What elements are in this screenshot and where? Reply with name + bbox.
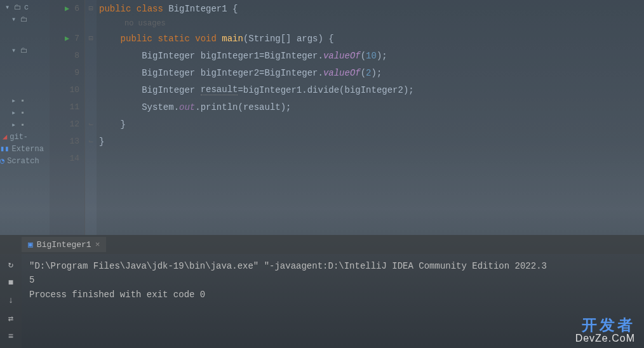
tree-label: Scratch (7, 157, 39, 166)
down-icon[interactable]: ↓ (8, 295, 13, 305)
fold-column[interactable]: ⊟ ⊟ ⌙ ⌙ (85, 0, 97, 235)
line-number: 12 (69, 119, 79, 129)
chevron-down-icon: ▾ (11, 15, 18, 24)
external-libraries[interactable]: ▮▮ Externa (0, 143, 50, 155)
chevron-down-icon: ▾ (5, 3, 11, 12)
stop-icon[interactable]: ■ (8, 278, 13, 288)
console-line: Process finished with exit code 0 (29, 288, 636, 302)
fold-toggle-icon[interactable]: ⊟ (88, 30, 93, 47)
code-editor[interactable]: public class BigInteger1 { no usages pub… (97, 0, 644, 235)
run-tool-window: ▣ BigInteger1 × ↻ ■ ↓ ⇄ ≡ "D:\Program Fi… (0, 235, 644, 348)
folder-icon: ▪ (20, 121, 25, 130)
tree-item[interactable]: ▾ 🗀 (0, 13, 50, 25)
tree-item[interactable]: ▾ 🗀 (0, 44, 50, 57)
folder-icon: 🗀 (20, 46, 28, 55)
folder-icon: 🗀 (14, 3, 22, 12)
line-number: 10 (69, 85, 79, 95)
run-config-tab[interactable]: ▣ BigInteger1 × (22, 237, 106, 252)
soft-wrap-icon[interactable]: ⇄ (8, 313, 13, 324)
chevron-right-icon: ▸ (11, 96, 18, 105)
folder-icon: ▪ (20, 109, 25, 117)
chevron-right-icon: ▸ (11, 120, 18, 130)
line-number: 9 (74, 68, 79, 77)
line-number: 11 (69, 102, 79, 112)
folder-icon: ▪ (20, 97, 25, 105)
tab-label: BigInteger1 (37, 240, 91, 250)
line-number: 14 (69, 154, 79, 163)
console-output[interactable]: "D:\Program Files\Java\jdk-19\bin\java.e… (22, 254, 644, 348)
rerun-icon[interactable]: ↻ (8, 259, 13, 270)
tree-item[interactable]: ▸ ▪ (0, 119, 50, 131)
line-number: 13 (69, 137, 79, 146)
folder-icon: 🗀 (20, 15, 28, 24)
tree-label: c (24, 3, 29, 12)
run-toolbar: ↻ ■ ↓ ⇄ ≡ (0, 254, 22, 348)
console-line: 5 (29, 273, 636, 287)
close-icon[interactable]: × (95, 240, 100, 250)
line-number: 7 (74, 34, 79, 43)
chevron-right-icon: ▸ (11, 108, 18, 117)
line-number: 8 (74, 51, 79, 60)
line-number: 6 (74, 4, 79, 13)
scratch-icon: ◔ (0, 156, 4, 166)
fold-end-icon[interactable]: ⌙ (88, 116, 93, 133)
tree-item[interactable]: ◢ git- (0, 131, 50, 143)
tree-label: Externa (11, 145, 43, 154)
project-sidebar[interactable]: ▾ 🗀 c ▾ 🗀 ▾ 🗀 ▸ ▪ ▸ ▪ ▸ ▪ ◢ git- ▮▮ (0, 0, 50, 235)
tree-label: git- (10, 133, 28, 142)
editor-gutter[interactable]: ▶6 ▶7 8 9 10 11 12 13 14 (50, 0, 85, 235)
console-icon: ▣ (28, 239, 33, 250)
run-gutter-icon[interactable]: ▶ (65, 34, 69, 43)
scroll-icon[interactable]: ≡ (8, 331, 13, 342)
run-tab-bar: ▣ BigInteger1 × (0, 235, 644, 254)
tree-item[interactable]: ▸ ▪ (0, 95, 50, 107)
library-icon: ▮▮ (0, 144, 9, 154)
fold-end-icon[interactable]: ⌙ (88, 133, 93, 150)
git-icon: ◢ (3, 132, 7, 142)
usage-hint: no usages (97, 17, 644, 30)
chevron-down-icon: ▾ (11, 46, 18, 55)
tree-item[interactable]: ▸ ▪ (0, 107, 50, 119)
fold-toggle-icon[interactable]: ⊟ (88, 0, 93, 17)
tree-item[interactable]: ▾ 🗀 c (0, 1, 50, 13)
scratches[interactable]: ◔ Scratch (0, 155, 50, 167)
run-gutter-icon[interactable]: ▶ (65, 4, 69, 13)
console-line: "D:\Program Files\Java\jdk-19\bin\java.e… (29, 259, 636, 273)
